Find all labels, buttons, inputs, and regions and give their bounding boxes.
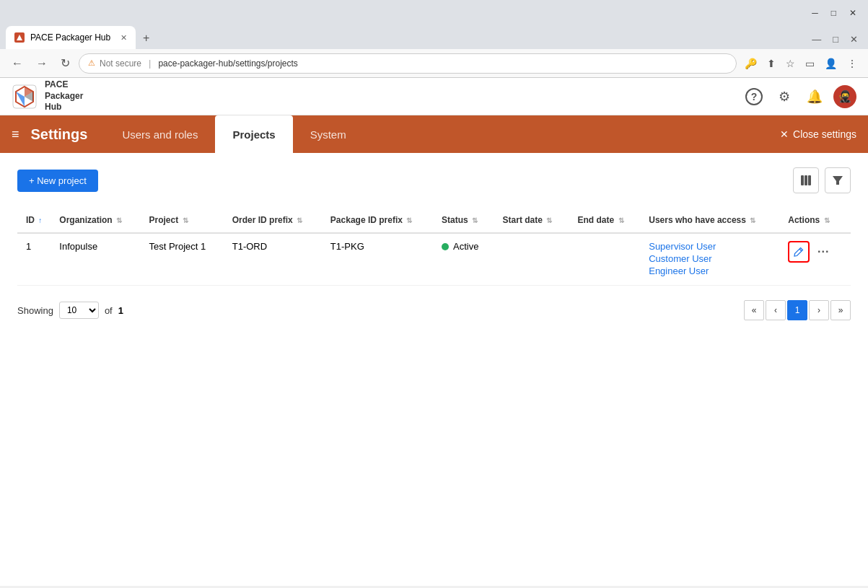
cell-status: Active xyxy=(433,233,494,286)
svg-marker-0 xyxy=(17,35,22,40)
tab-favicon xyxy=(14,32,25,43)
user-avatar[interactable]: 🥷 xyxy=(833,85,856,108)
sort-project-icon: ⇅ xyxy=(183,216,188,224)
toolbar-right-actions xyxy=(793,167,851,193)
close-settings-button[interactable]: ✕ Close settings xyxy=(780,128,856,140)
table-body: 1 Infopulse Test Project 1 T1-ORD T1-PKG xyxy=(17,233,851,286)
tab-users-and-roles[interactable]: Users and roles xyxy=(105,115,215,153)
notifications-button[interactable]: 🔔 xyxy=(803,85,826,108)
col-header-start-date[interactable]: Start date ⇅ xyxy=(494,208,569,233)
projects-table: ID ↑ Organization ⇅ Project ⇅ Order ID xyxy=(17,208,851,286)
tab-close-icon[interactable]: ✕ xyxy=(120,33,127,43)
main-content: + New project xyxy=(0,153,868,586)
tab-system[interactable]: System xyxy=(293,115,364,153)
new-tab-button[interactable]: + xyxy=(136,27,157,49)
col-header-order-id-prefix[interactable]: Order ID prefix ⇅ xyxy=(224,208,322,233)
first-page-button[interactable]: « xyxy=(744,300,764,320)
col-header-id[interactable]: ID ↑ xyxy=(17,208,51,233)
filter-button[interactable] xyxy=(825,167,851,193)
sort-status-icon: ⇅ xyxy=(472,216,478,224)
cell-organization: Infopulse xyxy=(51,233,140,286)
browser-titlebar: ─ □ ✕ xyxy=(0,0,868,26)
app-container: PACE Packager Hub ? ⚙ 🔔 🥷 ≡ Se xyxy=(0,78,868,586)
columns-icon xyxy=(800,175,812,186)
status-badge: Active xyxy=(442,241,486,252)
more-icon: ··· xyxy=(817,245,829,258)
col-header-organization[interactable]: Organization ⇅ xyxy=(51,208,140,233)
sort-actions-icon: ⇅ xyxy=(824,216,830,224)
help-button[interactable]: ? xyxy=(742,85,766,108)
total-pages: 1 xyxy=(118,305,123,316)
pagination-controls: « ‹ 1 › » xyxy=(744,300,851,320)
cell-project: Test Project 1 xyxy=(140,233,223,286)
col-header-project[interactable]: Project ⇅ xyxy=(140,208,223,233)
content-toolbar: + New project xyxy=(17,167,851,193)
minimize-button[interactable]: ─ xyxy=(806,6,824,19)
svg-rect-7 xyxy=(805,175,807,185)
edit-project-button[interactable] xyxy=(788,241,810,263)
settings-button[interactable]: ⚙ xyxy=(773,85,796,108)
user-link-engineer[interactable]: Engineer User xyxy=(649,266,771,276)
close-window-btn[interactable]: ✕ xyxy=(846,32,862,46)
close-button[interactable]: ✕ xyxy=(843,6,862,19)
cell-id: 1 xyxy=(17,233,51,286)
logo-text: PACE Packager Hub xyxy=(45,79,83,113)
browser-tabs: PACE Packager Hub ✕ + — □ ✕ xyxy=(0,26,868,49)
close-settings-icon: ✕ xyxy=(780,128,789,140)
sort-id-icon: ↑ xyxy=(38,216,42,224)
browser-window: ─ □ ✕ PACE Packager Hub ✕ + — □ ✕ ← → ↻ … xyxy=(0,0,868,586)
last-page-button[interactable]: » xyxy=(830,300,851,320)
address-bar[interactable]: ⚠ Not secure | pace-packager-hub/setting… xyxy=(79,53,737,74)
cell-users-access: Supervisor User Customer User Engineer U… xyxy=(640,233,779,286)
pagination-bar: Showing 10 25 50 100 of 1 « ‹ 1 › » xyxy=(17,300,851,320)
next-page-button[interactable]: › xyxy=(809,300,829,320)
svg-rect-8 xyxy=(808,175,811,185)
of-label: of xyxy=(105,305,113,316)
url-text: pace-packager-hub/settings/projects xyxy=(158,58,727,69)
app-logo: PACE Packager Hub xyxy=(12,79,83,113)
sort-package-prefix-icon: ⇅ xyxy=(406,216,412,224)
table-row: 1 Infopulse Test Project 1 T1-ORD T1-PKG xyxy=(17,233,851,286)
app-header: PACE Packager Hub ? ⚙ 🔔 🥷 xyxy=(0,78,868,115)
cell-actions: ··· xyxy=(779,233,851,286)
menu-hamburger-icon[interactable]: ≡ xyxy=(12,127,19,142)
reader-icon[interactable]: ▭ xyxy=(802,56,818,71)
header-actions: ? ⚙ 🔔 🥷 xyxy=(742,85,856,108)
settings-bar: ≡ Settings Users and roles Projects Syst… xyxy=(0,115,868,153)
col-header-package-id-prefix[interactable]: Package ID prefix ⇅ xyxy=(322,208,433,233)
col-header-users-access[interactable]: Users who have access ⇅ xyxy=(640,208,779,233)
maximize-button[interactable]: □ xyxy=(825,6,842,19)
user-link-customer[interactable]: Customer User xyxy=(649,253,771,264)
col-header-actions[interactable]: Actions ⇅ xyxy=(779,208,851,233)
edit-icon xyxy=(794,247,804,257)
minimize-window-btn[interactable]: — xyxy=(807,32,825,46)
svg-line-10 xyxy=(799,249,802,251)
sort-org-icon: ⇅ xyxy=(116,216,122,224)
columns-toggle-button[interactable] xyxy=(793,167,819,193)
forward-button[interactable]: → xyxy=(32,56,52,71)
menu-icon[interactable]: ⋮ xyxy=(843,56,861,71)
tab-projects[interactable]: Projects xyxy=(215,115,292,153)
tab-title: PACE Packager Hub xyxy=(30,32,110,43)
key-icon[interactable]: 🔑 xyxy=(741,56,760,71)
user-link-supervisor[interactable]: Supervisor User xyxy=(649,241,771,252)
back-button[interactable]: ← xyxy=(7,56,27,71)
share-icon[interactable]: ⬆ xyxy=(763,56,779,71)
active-tab[interactable]: PACE Packager Hub ✕ xyxy=(6,26,136,49)
reload-button[interactable]: ↻ xyxy=(56,55,74,71)
cell-order-id-prefix: T1-ORD xyxy=(224,233,322,286)
bookmark-icon[interactable]: ☆ xyxy=(782,56,799,71)
settings-tabs: Users and roles Projects System xyxy=(105,115,363,153)
per-page-select[interactable]: 10 25 50 100 xyxy=(59,302,99,319)
prev-page-button[interactable]: ‹ xyxy=(766,300,786,320)
new-project-button[interactable]: + New project xyxy=(17,170,98,192)
browser-toolbar: ← → ↻ ⚠ Not secure | pace-packager-hub/s… xyxy=(0,49,868,78)
restore-window-btn[interactable]: □ xyxy=(828,32,843,46)
security-icon: ⚠ xyxy=(88,58,95,68)
more-actions-button[interactable]: ··· xyxy=(812,241,834,263)
profile-icon[interactable]: 👤 xyxy=(821,56,841,71)
col-header-end-date[interactable]: End date ⇅ xyxy=(569,208,641,233)
current-page-button[interactable]: 1 xyxy=(787,300,807,320)
cell-end-date xyxy=(569,233,641,286)
col-header-status[interactable]: Status ⇅ xyxy=(433,208,494,233)
